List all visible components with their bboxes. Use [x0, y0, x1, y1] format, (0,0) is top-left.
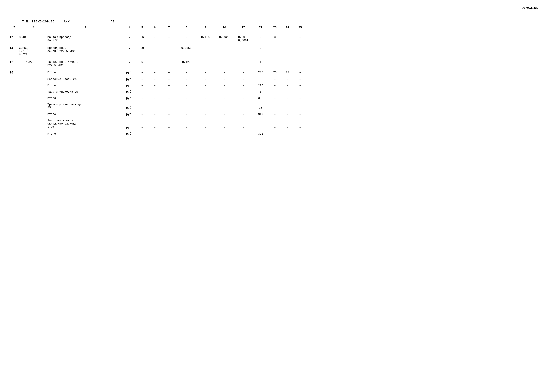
row-col8: –	[177, 132, 196, 135]
row-col15: –	[294, 77, 306, 81]
row-col12: 3I7	[253, 113, 269, 116]
row-col4: руб.	[123, 77, 136, 81]
row-col13: –	[269, 113, 281, 116]
table-row: Тара и упаковка 2% руб. – – – – – – – 6 …	[9, 89, 545, 95]
row-col7: –	[161, 97, 177, 100]
row-col12: I	[253, 61, 269, 64]
row-col14: 2	[281, 35, 294, 39]
row-col15: –	[294, 119, 306, 129]
row-col9: –	[196, 46, 215, 50]
row-col3: Итого	[47, 97, 123, 100]
table-row: I6 Итого руб. – – – – – – – 290 20 I2 –	[9, 69, 545, 76]
row-col10: –	[215, 84, 234, 87]
row-col5: –	[136, 77, 148, 81]
row-col6: –	[148, 103, 161, 110]
row-col12: 4	[253, 119, 269, 129]
row-col9: –	[196, 61, 215, 64]
row-col9: –	[196, 103, 215, 110]
row-col14: –	[281, 61, 294, 64]
row-col9: 0,II5	[196, 35, 215, 39]
table-row: Заготовительно- складские расходы I,2% р…	[9, 117, 545, 131]
row-col7: –	[161, 119, 177, 129]
row-col13: –	[269, 90, 281, 93]
col-n1: I	[9, 26, 19, 29]
row-col11: –	[234, 46, 253, 50]
row-col6: –	[148, 71, 161, 74]
row-col7: –	[161, 103, 177, 110]
row-col10: –	[215, 119, 234, 129]
row-col8: 0,I27	[177, 61, 196, 64]
row-col7: –	[161, 61, 177, 64]
row-col10: –	[215, 46, 234, 50]
col-n14: I4	[281, 26, 294, 29]
row-col11: –	[234, 97, 253, 100]
row-col14: –	[281, 97, 294, 100]
row-col4: м	[123, 35, 136, 39]
col-n11: II	[234, 26, 253, 29]
row-col15: –	[294, 46, 306, 50]
row-col3: Итого	[47, 132, 123, 135]
row-col13: –	[269, 61, 281, 64]
row-col4: руб.	[123, 113, 136, 116]
row-col8: –	[177, 71, 196, 74]
row-col8: –	[177, 119, 196, 129]
col-n8: 8	[177, 26, 196, 29]
row-col4: руб.	[123, 97, 136, 100]
row-col7: –	[161, 113, 177, 116]
row-col5: –	[136, 84, 148, 87]
col-n15: I5	[294, 26, 306, 29]
row-col12: 6	[253, 77, 269, 81]
row-col10: 0,0928	[215, 35, 234, 39]
row-col7: –	[161, 35, 177, 39]
row-col10: –	[215, 97, 234, 100]
row-col3: Заготовительно- складские расходы I,2%	[47, 119, 123, 128]
row-col11: –	[234, 119, 253, 129]
row-col10: –	[215, 103, 234, 110]
row-col5: –	[136, 97, 148, 100]
row-col14: –	[281, 84, 294, 87]
row-col12: –	[253, 35, 269, 39]
row-col4: м	[123, 61, 136, 64]
row-col9: –	[196, 84, 215, 87]
row-col8: 0,0865	[177, 46, 196, 50]
row-col5: –	[136, 90, 148, 93]
row-col3: Итого	[47, 113, 123, 116]
row-col14: –	[281, 113, 294, 116]
row-col5: 6	[136, 61, 148, 64]
row-col11: –	[234, 132, 253, 135]
table-row: I4 ССРСЦ ч.У п.22I Провод ППВС сечен. 2х…	[9, 44, 545, 58]
row-col8: –	[177, 77, 196, 81]
row-col6: –	[148, 35, 161, 39]
row-col9: –	[196, 113, 215, 116]
header-row: Т.П. 705-I-209.86 А-У ПЗ	[9, 20, 545, 23]
row-col5: –	[136, 71, 148, 74]
row-col13: 3	[269, 35, 281, 39]
row-col4: руб.	[123, 132, 136, 135]
row-col11: –	[234, 84, 253, 87]
row-col13: –	[269, 103, 281, 110]
row-col2: –"– п.226	[19, 61, 47, 64]
row-col10: –	[215, 113, 234, 116]
row-col2: ССРСЦ ч.У п.22I	[19, 46, 47, 56]
row-col3: Тара и упаковка 2%	[47, 90, 123, 93]
row-col5: 20	[136, 46, 148, 50]
row-col9: –	[196, 71, 215, 74]
row-num: I4	[9, 46, 19, 50]
row-col15: –	[294, 35, 306, 39]
col-n5: 5	[136, 26, 148, 29]
row-col3: Запасные части 2%	[47, 77, 123, 81]
row-col8: –	[177, 84, 196, 87]
row-col15: –	[294, 97, 306, 100]
row-col9: –	[196, 77, 215, 81]
col-n3: 3	[47, 26, 123, 29]
row-col10: –	[215, 71, 234, 74]
row-col13: –	[269, 84, 281, 87]
row-col10: –	[215, 61, 234, 64]
row-col7: –	[161, 46, 177, 50]
row-col5: –	[136, 119, 148, 129]
row-col11: –	[234, 113, 253, 116]
row-col3: Итого	[47, 84, 123, 87]
row-col7: –	[161, 84, 177, 87]
header-block: Т.П. 705-I-209.86 А-У ПЗ I 2 3 4 5 6 7 8…	[9, 20, 545, 30]
row-col12: 32I	[253, 132, 269, 135]
